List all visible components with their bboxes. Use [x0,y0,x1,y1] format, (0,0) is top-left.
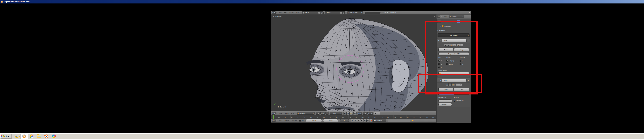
ruler-tick: 210 [406,117,408,118]
edge-select-button[interactable]: ◪ [346,112,350,115]
jump-to-start-button[interactable]: |◀◀ [351,119,354,122]
scene-stats: Fa:0-926 | Cube.008 [383,12,396,14]
collapse-menus-toggle[interactable] [276,12,278,13]
3d-viewport[interactable]: ⊕ User Ortho ⊕ y (1) Cube.008 [271,14,436,112]
edit-mode-icon: ▦ [298,112,299,114]
menu-select[interactable]: Select [284,112,290,114]
render-subdivisions-stepper[interactable]: ◂ Render: 2 ▸ [438,103,452,106]
add-scene-button[interactable]: + [340,12,342,14]
sync-dropdown[interactable]: Realtime [374,119,386,122]
taskbar-internet-explorer[interactable]: e [13,134,20,139]
window-title: Reproductor de Windows Media [4,1,30,3]
play-reverse-button[interactable]: ◀ [357,119,360,122]
ruler-tick: 30 [291,117,292,118]
taskbar-file-explorer[interactable] [35,134,43,139]
speaker-icon [374,120,376,121]
windows-media-player-icon [22,134,26,138]
orientation-dropdown[interactable]: ⌖ Global ▲▼ [330,112,342,114]
window-duplicate-icon[interactable]: ⧉ [469,12,470,14]
info-editor-icon: ⓘ [272,12,274,14]
menu-outliner-view[interactable]: View [443,16,448,18]
editor-type-button[interactable]: ⓘ ▲▼ [272,12,276,14]
viewport-editor-type-button[interactable]: ◱ ▲▼ [272,112,276,114]
start-frame-field[interactable]: ◂ Start: 1 ▸ [306,119,322,122]
taskbar-google-chrome[interactable] [28,134,35,139]
next-keyframe-button[interactable]: ▶▶ [363,119,366,122]
window-titlebar[interactable]: Reproductor de Windows Media _ ❐ ✕ [0,0,644,4]
menu-help[interactable]: Help [294,12,300,14]
timeline-editor-type-button[interactable]: ◷ ▲▼ [272,119,276,122]
pivot-icon: ◎ [321,112,323,114]
menu-tl-playback[interactable]: Playback [290,120,298,121]
axis-icon: ⌖ [331,112,332,114]
mode-dropdown[interactable]: ▦ Edit Mode ▲▼ [297,112,315,114]
picasa-icon [52,134,56,138]
layout-icon: ▦ [302,12,304,14]
ruler-tick: 200 [400,117,402,118]
record-button[interactable] [370,119,372,122]
taskbar-windows-media-player[interactable] [20,134,28,139]
pivot-dropdown[interactable]: ◎ ▲▼ [320,112,325,114]
previous-keyframe-button[interactable]: ◀◀ [354,119,357,122]
ruler-tick: 120 [348,117,351,118]
opengl-render-button[interactable]: ▣ [374,112,377,115]
vertex-select-button[interactable]: ◩ [344,112,346,115]
play-button[interactable]: ▶ [360,119,363,122]
timeline-editor-icon: ◷ [272,120,274,122]
timeline-ruler[interactable]: 1020304050607080901001101201301401501601… [271,115,436,119]
layout-name: Default [304,12,309,14]
viewport-corner-icon[interactable]: ⊕ [434,16,435,18]
collapse-menus-toggle[interactable] [441,16,442,17]
collapse-menus-toggle[interactable] [276,113,277,114]
current-frame-field[interactable]: 1 [340,119,349,122]
proportional-edit-dropdown[interactable]: ◉ ▲▼ [358,112,362,114]
render-engine-dropdown[interactable]: Blender Render ▲▼ [347,12,363,14]
delete-keyframe-icon[interactable]: ✂ [413,120,414,122]
render-shot-group: ▣ 🎞 [374,112,380,115]
snap-element-dropdown[interactable]: ⧉ # ▲▼ [368,112,373,114]
search-input[interactable] [365,12,380,14]
start-button[interactable]: Inicio [0,134,12,138]
screen-layout-selector[interactable]: ▦ Default + ✕ [302,12,324,14]
ruler-tick: 50 [304,117,305,118]
outliner-scope-dropdown[interactable]: All Scenes ▲▼ [449,15,464,18]
scene-name: Scene [327,12,331,14]
collapse-menus-toggle[interactable] [276,120,277,121]
menu-mesh[interactable]: Mesh [290,112,296,114]
delete-scene-button[interactable]: ✕ [342,12,344,14]
menu-tl-frame[interactable]: Frame [283,120,290,121]
menu-render[interactable]: Render [288,12,294,14]
taskbar-blender[interactable] [43,134,50,139]
menu-file[interactable]: File [278,12,283,14]
ruler-tick: 130 [355,117,357,118]
folder-icon [37,135,41,138]
subdivisions-label: Subdivisions: [438,96,454,99]
shading-dropdown[interactable]: ● ▲▼ [316,112,320,114]
face-select-button[interactable]: ⬒ [350,112,353,115]
end-frame-field[interactable]: ◂ End: 250 ▸ [323,119,338,122]
snap-dropdown[interactable]: ⋏ ▲▼ [362,112,367,114]
pr-checkbox[interactable] [299,120,301,122]
menu-view[interactable]: View [278,112,284,114]
menu-tl-view[interactable]: View [278,120,284,121]
current-frame-playhead[interactable] [273,115,274,119]
manipulator-toggle[interactable]: ↔ [326,112,329,114]
occlude-geometry-button[interactable]: ▩ [354,112,356,115]
transport-controls: |◀◀ ◀◀ ◀ ▶ ▶▶ ▶▶| [351,119,369,122]
outliner-editor-type-button[interactable]: ≡ ▲▼ [437,15,440,18]
taskbar-picasa[interactable] [50,134,58,139]
add-layout-button[interactable]: + [318,12,320,14]
ruler-tick: 170 [380,117,383,118]
view-subdivisions-stepper[interactable]: ◂ View: 2 ▸ [438,100,452,102]
outliner-scope-label: All Scenes [450,16,456,18]
insert-keyframe-icon[interactable]: 🔑 [411,120,413,122]
left-eye [310,67,320,72]
menu-add[interactable]: Add [283,12,288,14]
keying-set-field[interactable] [388,119,410,122]
scene-selector[interactable]: ◔ Scene + ✕ [325,12,346,14]
jump-to-end-button[interactable]: ▶▶| [366,119,369,122]
opengl-animation-button[interactable]: 🎞 [377,112,380,115]
delete-layout-button[interactable]: ✕ [320,12,323,14]
ruler-tick: 10 [278,117,280,118]
optimal-display-checkbox[interactable]: ✓ [454,100,456,102]
